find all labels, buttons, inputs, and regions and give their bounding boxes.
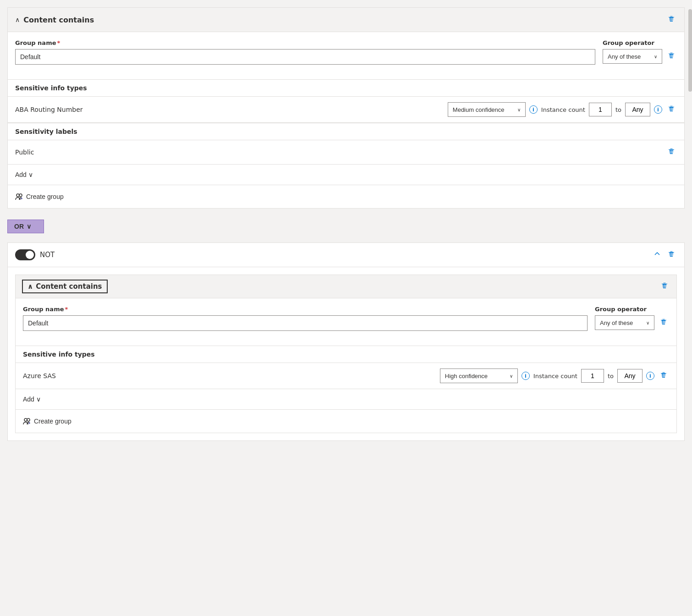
not-toggle[interactable] <box>15 249 35 260</box>
section1-collapse-icon[interactable]: ∧ <box>15 16 20 23</box>
inner-group-operator-dropdown[interactable]: Any of these ∨ <box>595 315 654 330</box>
add-button-1[interactable]: Add ∨ <box>15 169 33 180</box>
instance-from-input-2[interactable] <box>581 369 604 383</box>
not-header-right <box>652 248 677 261</box>
svg-point-4 <box>24 418 27 421</box>
inner-form-row: Group name* Group operator Any of these … <box>23 306 669 331</box>
to-label-2: to <box>608 373 614 380</box>
create-group-row-2: Create group <box>16 410 676 433</box>
confidence-chevron-1: ∨ <box>517 107 521 112</box>
inner-chevron-icon: ∧ <box>27 282 33 291</box>
not-collapse-button[interactable] <box>652 249 662 261</box>
inner-section-title-boxed[interactable]: ∧ Content contains <box>22 280 108 293</box>
confidence-dropdown-2[interactable]: High confidence ∨ <box>440 368 518 383</box>
not-header-left: NOT <box>15 249 55 260</box>
scrollbar[interactable] <box>688 0 692 448</box>
operator-dropdown-chevron: ∨ <box>654 54 657 59</box>
inner-operator-chevron: ∨ <box>646 320 649 325</box>
add-row-2: Add ∨ <box>16 389 676 410</box>
instance-to-input-1[interactable] <box>625 103 650 116</box>
section1-title: Content contains <box>23 16 94 24</box>
inner-sensitive-info-types-label: Sensitive info types <box>16 346 676 363</box>
to-label-1: to <box>615 106 621 113</box>
instance-count-label-1: Instance count <box>541 106 585 113</box>
or-chevron: ∨ <box>27 223 31 230</box>
inner-group-name-field: Group name* <box>23 306 588 331</box>
group-operator-dropdown[interactable]: Any of these ∨ <box>603 49 662 64</box>
confidence-chevron-2: ∨ <box>510 374 513 379</box>
sensitivity-labels-label: Sensitivity labels <box>8 123 684 140</box>
group-name-label: Group name* <box>15 39 595 46</box>
svg-point-0 <box>16 194 19 197</box>
public-controls <box>666 146 677 159</box>
svg-point-1 <box>19 194 22 197</box>
sensitive-info-row-1: ABA Routing Number Medium confidence ∨ i… <box>8 97 684 123</box>
or-container: OR ∨ <box>7 214 685 239</box>
inner-section-delete-button[interactable] <box>659 280 670 293</box>
create-group-row-1: Create group <box>8 185 684 208</box>
instance-from-input-1[interactable] <box>589 103 612 116</box>
add-chevron-1: ∨ <box>28 171 33 178</box>
section1-header: ∧ Content contains <box>8 8 684 32</box>
aba-routing-controls: Medium confidence ∨ i Instance count to … <box>448 102 677 117</box>
section1-delete-button[interactable] <box>666 13 677 26</box>
confidence-dropdown-1[interactable]: Medium confidence ∨ <box>448 102 526 117</box>
confidence-info-icon-2[interactable]: i <box>522 372 530 380</box>
azure-sas-label: Azure SAS <box>23 372 105 380</box>
inner-header-left: ∧ Content contains <box>22 280 108 293</box>
add-row-1: Add ∨ <box>8 165 684 185</box>
instance-info-icon-1[interactable]: i <box>654 105 662 114</box>
add-chevron-2: ∨ <box>36 396 41 403</box>
create-group-button-2[interactable]: Create group <box>23 415 71 427</box>
inner-group-operator-label: Group operator <box>595 306 669 313</box>
section1-header-left: ∧ Content contains <box>15 16 94 24</box>
group-operator-delete-button[interactable] <box>666 50 677 63</box>
aba-routing-delete-button[interactable] <box>666 103 677 116</box>
not-section: NOT ∧ Content contains <box>7 242 685 441</box>
inner-form-body: Group name* Group operator Any of these … <box>16 298 676 346</box>
inner-content-section: ∧ Content contains Group name* <box>15 275 677 433</box>
section1-form-row: Group name* Group operator Any of these … <box>15 39 677 65</box>
inner-body: Group name* Group operator Any of these … <box>16 298 676 433</box>
inner-group-name-input[interactable] <box>23 315 588 331</box>
create-group-icon-2 <box>23 417 31 425</box>
public-label: Public <box>15 148 98 156</box>
confidence-info-icon-1[interactable]: i <box>529 105 538 114</box>
group-name-field: Group name* <box>15 39 595 65</box>
instance-to-input-2[interactable] <box>617 369 643 383</box>
aba-routing-label: ABA Routing Number <box>15 106 98 113</box>
instance-count-label-2: Instance count <box>533 373 577 380</box>
public-delete-button[interactable] <box>666 146 677 159</box>
scrollbar-thumb <box>688 9 692 92</box>
azure-sas-controls: High confidence ∨ i Instance count to i <box>440 368 669 383</box>
group-operator-label: Group operator <box>603 39 677 46</box>
or-button[interactable]: OR ∨ <box>7 220 44 233</box>
group-operator-field: Group operator Any of these ∨ <box>603 39 677 64</box>
section1-body: Group name* Group operator Any of these … <box>8 32 684 79</box>
public-sensitivity-row: Public <box>8 140 684 165</box>
not-header: NOT <box>8 243 684 267</box>
inner-group-operator-field: Group operator Any of these ∨ <box>595 306 669 330</box>
add-button-2[interactable]: Add ∨ <box>23 394 41 405</box>
svg-point-5 <box>27 418 30 421</box>
not-label: NOT <box>40 251 55 259</box>
create-group-button-1[interactable]: Create group <box>15 191 64 203</box>
create-group-icon-1 <box>15 192 23 201</box>
not-delete-button[interactable] <box>666 248 677 261</box>
toggle-thumb <box>26 251 34 259</box>
group-name-input[interactable] <box>15 49 595 65</box>
azure-sas-row: Azure SAS High confidence ∨ i Instance c… <box>16 363 676 389</box>
azure-sas-delete-button[interactable] <box>658 369 669 382</box>
inner-section-header: ∧ Content contains <box>16 275 676 298</box>
instance-info-icon-2[interactable]: i <box>646 372 654 380</box>
content-contains-section-1: ∧ Content contains Group name* Group ope… <box>7 7 685 209</box>
inner-group-name-label: Group name* <box>23 306 588 313</box>
inner-operator-delete-button[interactable] <box>658 316 669 329</box>
sensitive-info-types-label: Sensitive info types <box>8 79 684 97</box>
